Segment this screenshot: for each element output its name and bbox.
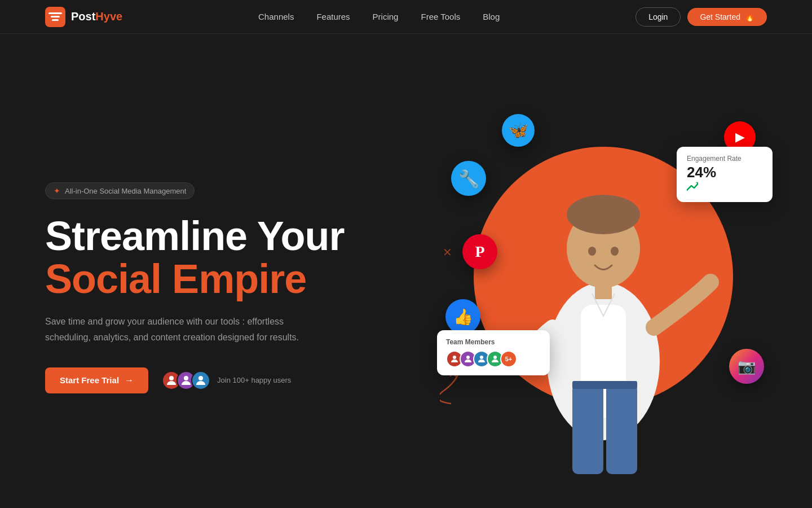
social-proof: Join 100+ happy users — [162, 371, 291, 390]
logo-text: PostHyve — [71, 10, 122, 23]
login-button[interactable]: Login — [636, 7, 681, 27]
svg-rect-6 — [606, 384, 637, 474]
get-started-button[interactable]: Get Started 🔥 — [687, 8, 767, 26]
team-av-more: 5+ — [500, 351, 517, 367]
sparkle-icon: ✦ — [54, 186, 60, 195]
svg-rect-9 — [595, 279, 612, 299]
badge-text: All-in-One Social Media Management — [65, 187, 186, 195]
logo-icon — [45, 7, 65, 27]
avatar-3 — [191, 371, 210, 390]
team-members-card: Team Members 5+ — [437, 330, 550, 375]
hero-title: Streamline Your Social Empire — [45, 215, 383, 300]
hero-description: Save time and grow your audience with ou… — [45, 314, 316, 344]
hero-cta: Start Free Trial → Join 100+ happy users — [45, 367, 383, 393]
svg-point-10 — [588, 247, 596, 256]
user-avatars — [162, 371, 210, 390]
social-proof-text: Join 100+ happy users — [217, 376, 291, 384]
engagement-card: Engagement Rate 24% — [677, 147, 773, 202]
svg-point-14 — [453, 356, 456, 359]
engagement-value: 24% — [687, 164, 762, 181]
arrow-icon: → — [125, 375, 134, 386]
navbar: PostHyve Channels Features Pricing Free … — [0, 0, 812, 34]
svg-point-0 — [169, 376, 174, 380]
svg-point-2 — [198, 376, 203, 380]
svg-point-1 — [184, 376, 188, 380]
team-card-label: Team Members — [446, 338, 541, 346]
svg-rect-12 — [572, 381, 637, 389]
engagement-trend — [687, 182, 762, 194]
team-avatars: 5+ — [446, 351, 541, 367]
nav-item-channels[interactable]: Channels — [258, 12, 294, 21]
svg-point-17 — [493, 356, 497, 359]
wrench-float-icon: 🔧 — [451, 161, 486, 196]
title-line2: Social Empire — [45, 258, 383, 301]
hero-left: ✦ All-in-One Social Media Management Str… — [45, 160, 383, 393]
svg-point-15 — [466, 356, 470, 359]
svg-point-8 — [567, 195, 640, 234]
nav-item-features[interactable]: Features — [316, 12, 350, 21]
start-free-trial-button[interactable]: Start Free Trial → — [45, 367, 148, 393]
nav-actions: Login Get Started 🔥 — [636, 7, 767, 27]
hero-badge: ✦ All-in-One Social Media Management — [45, 182, 195, 199]
pinterest-float-icon: P — [462, 234, 497, 269]
logo[interactable]: PostHyve — [45, 7, 122, 27]
title-line1: Streamline Your — [45, 215, 383, 258]
nav-item-pricing[interactable]: Pricing — [373, 12, 399, 21]
hero-right: 🦋 🔧 P 👍 ▶ 📷 ✕ ✕ Engagement Rate 24% — [383, 79, 767, 474]
fire-icon: 🔥 — [745, 12, 754, 21]
svg-point-11 — [611, 247, 619, 256]
like-float-icon: 👍 — [445, 299, 480, 334]
nav-item-blog[interactable]: Blog — [483, 12, 500, 21]
instagram-float-icon: 📷 — [729, 349, 764, 384]
hero-section: ✦ All-in-One Social Media Management Str… — [0, 34, 812, 508]
nav-links: Channels Features Pricing Free Tools Blo… — [258, 12, 500, 22]
svg-point-16 — [480, 356, 483, 359]
svg-rect-5 — [572, 384, 603, 474]
deco-cross-1: ✕ — [443, 246, 452, 259]
nav-item-free-tools[interactable]: Free Tools — [421, 12, 460, 21]
engagement-label: Engagement Rate — [687, 155, 762, 163]
twitter-float-icon: 🦋 — [502, 114, 535, 147]
